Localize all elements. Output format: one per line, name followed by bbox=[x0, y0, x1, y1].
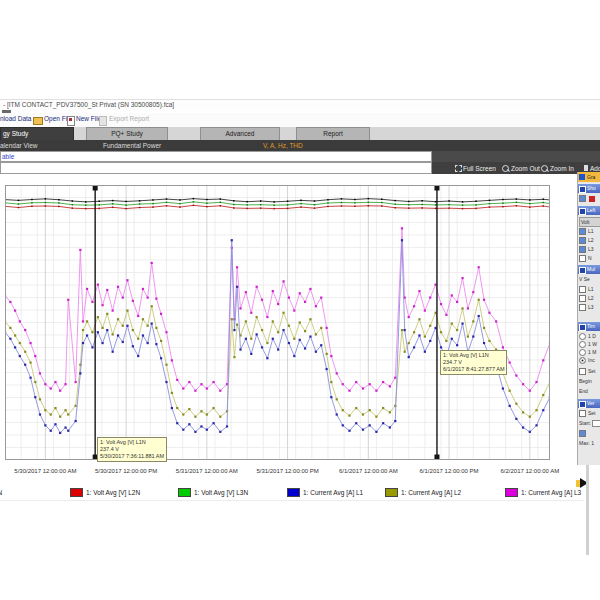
max-label: Max: 1 bbox=[579, 440, 600, 448]
download-data-button[interactable]: nload Data bbox=[0, 115, 31, 125]
chart-plot[interactable] bbox=[5, 185, 550, 460]
window-title: - [ITM CONTACT_PDV37500_St Privat (SN 30… bbox=[3, 101, 174, 108]
title-bar: - [ITM CONTACT_PDV37500_St Privat (SN 30… bbox=[0, 99, 600, 111]
zoom-out-button[interactable]: Zoom Out bbox=[511, 165, 540, 172]
set-time-checkbox[interactable]: Set bbox=[579, 368, 600, 376]
end-label: End bbox=[579, 388, 600, 396]
chart-area[interactable] bbox=[5, 185, 550, 460]
selection-row-1-filler bbox=[432, 151, 600, 162]
legend-swatch bbox=[70, 488, 83, 497]
multi-item[interactable]: L2 bbox=[579, 295, 600, 303]
chart-legend: 1: Volt Avg [V] L1N1: Volt Avg [V] L2N1:… bbox=[0, 483, 600, 493]
start-input[interactable] bbox=[592, 420, 600, 427]
panel-show-row[interactable] bbox=[579, 195, 600, 203]
graph-icon bbox=[579, 174, 585, 180]
time-radio[interactable]: 1 W bbox=[579, 341, 600, 349]
tooltip-value: 237.4 V bbox=[100, 446, 164, 453]
panel-scrollbar[interactable] bbox=[586, 465, 589, 555]
app-window: - [ITM CONTACT_PDV37500_St Privat (SN 30… bbox=[0, 0, 600, 600]
divider-line bbox=[0, 500, 584, 501]
zoom-in-button[interactable]: Zoom In bbox=[550, 165, 574, 172]
section-icon bbox=[579, 186, 586, 193]
section-icon bbox=[579, 267, 586, 274]
vsel-label: V Se bbox=[579, 276, 600, 284]
add-notes-button[interactable]: Add Notes bbox=[590, 165, 600, 172]
new-file-button[interactable]: New File bbox=[76, 115, 101, 125]
legend-label: 1: Current Avg [A] L3 bbox=[521, 489, 581, 496]
left-axis-item[interactable]: L2 bbox=[579, 237, 600, 245]
cursor-tooltip-1: 1: Volt Avg [V] L1N 237.4 V 5/30/2017 7:… bbox=[97, 437, 167, 462]
menu-item-fundamental-power[interactable]: Fundamental Power bbox=[103, 142, 161, 149]
series-line bbox=[5, 199, 550, 202]
tab-energy-study[interactable]: gy Study bbox=[0, 127, 74, 141]
panel-header-show[interactable]: Sho bbox=[578, 184, 600, 193]
volt-button[interactable]: Volt bbox=[579, 217, 600, 227]
legend-label: 1: Current Avg [A] L2 bbox=[401, 489, 461, 496]
left-axis-item[interactable]: L1 bbox=[579, 228, 600, 236]
series-line bbox=[5, 202, 550, 205]
red-button[interactable] bbox=[589, 196, 595, 202]
checkbox[interactable] bbox=[579, 195, 586, 202]
x-tick-label: 6/1/2017 12:00:00 AM bbox=[328, 468, 408, 474]
scale-checkbox[interactable] bbox=[579, 430, 600, 438]
add-notes-icon bbox=[584, 165, 588, 171]
tooltip-series: 1: Volt Avg [V] L1N bbox=[443, 352, 504, 359]
x-tick-label: 5/31/2017 12:00:00 AM bbox=[167, 468, 247, 474]
legend-item[interactable]: 1: Current Avg [A] L3 bbox=[505, 483, 581, 492]
chart-toolbar: Full Screen Zoom Out Zoom In Add Notes bbox=[432, 162, 600, 174]
legend-swatch bbox=[505, 488, 518, 497]
multi-item[interactable]: L1 bbox=[579, 286, 600, 294]
legend-swatch bbox=[385, 488, 398, 497]
x-tick-label: 5/31/2017 12:00:00 PM bbox=[248, 468, 328, 474]
full-screen-icon bbox=[455, 165, 462, 172]
legend-item[interactable]: 1: Volt Avg [V] L3N bbox=[178, 483, 248, 492]
selection-input-2[interactable] bbox=[0, 162, 432, 174]
legend-item[interactable]: 1: Volt Avg [V] L2N bbox=[70, 483, 140, 492]
panel-header-vertical[interactable]: Ver bbox=[578, 399, 600, 408]
multi-item[interactable]: L3 bbox=[579, 304, 600, 312]
legend-label: 1: Volt Avg [V] L1N bbox=[0, 489, 2, 496]
view-menu-bar: alendar View Fundamental Power V, A, Hz,… bbox=[0, 140, 600, 151]
menu-item-calendar-view[interactable]: alendar View bbox=[0, 142, 37, 149]
x-tick-label: 5/30/2017 12:00:00 PM bbox=[86, 468, 166, 474]
tab-bar: gy Study PQ+ Study Advanced Report bbox=[0, 127, 600, 140]
full-screen-button[interactable]: Full Screen bbox=[463, 165, 496, 172]
zoom-in-icon bbox=[541, 165, 548, 172]
legend-item[interactable]: 1: Current Avg [A] L2 bbox=[385, 483, 461, 492]
time-radio[interactable]: 1 D bbox=[579, 333, 600, 341]
legend-label: 1: Volt Avg [V] L2N bbox=[86, 489, 140, 496]
tab-pq-study[interactable]: PQ+ Study bbox=[86, 127, 168, 141]
start-field[interactable]: Start: bbox=[579, 420, 600, 428]
left-axis-item[interactable]: N bbox=[579, 255, 600, 263]
legend-item[interactable]: 1: Current Avg [A] L1 bbox=[287, 483, 363, 492]
tooltip-time: 5/30/2017 7:36:11.881 AM bbox=[100, 453, 164, 460]
legend-label: 1: Volt Avg [V] L3N bbox=[194, 489, 248, 496]
time-radio[interactable]: 1 M bbox=[579, 349, 600, 357]
tab-advanced[interactable]: Advanced bbox=[200, 127, 280, 141]
legend-swatch bbox=[178, 488, 191, 497]
x-axis-labels: 5/30/2017 12:00:00 AM5/30/2017 12:00:00 … bbox=[0, 468, 600, 477]
tooltip-time: 6/1/2017 8:41:27.877 AM bbox=[443, 366, 504, 373]
new-file-icon bbox=[67, 116, 75, 126]
panel-header-left-axis[interactable]: Left bbox=[578, 206, 600, 215]
begin-label: Begin bbox=[579, 378, 600, 386]
legend-label: 1: Current Avg [A] L1 bbox=[303, 489, 363, 496]
section-icon bbox=[579, 401, 586, 408]
x-tick-label: 5/30/2017 12:00:00 AM bbox=[5, 468, 85, 474]
left-axis-item[interactable]: L3 bbox=[579, 246, 600, 254]
set-scale-checkbox[interactable]: Set bbox=[579, 410, 600, 418]
series-line bbox=[5, 205, 550, 208]
panel-header-multi[interactable]: Mul bbox=[578, 265, 600, 274]
tooltip-value: 234.7 V bbox=[443, 359, 504, 366]
selection-input-1[interactable]: able bbox=[0, 151, 432, 162]
menu-item-v-a-hz-thd[interactable]: V, A, Hz, THD bbox=[263, 142, 303, 149]
panel-tab-graphs[interactable]: Gra bbox=[578, 172, 600, 182]
tab-report[interactable]: Report bbox=[296, 127, 370, 141]
section-icon bbox=[579, 324, 586, 331]
legend-item[interactable]: 1: Volt Avg [V] L1N bbox=[0, 483, 2, 492]
export-report-icon bbox=[99, 116, 107, 126]
panel-header-time[interactable]: Tim bbox=[578, 322, 600, 331]
time-radio-selected[interactable]: Inc bbox=[579, 357, 600, 365]
export-report-button: Export Report bbox=[109, 115, 149, 125]
legend-swatch bbox=[287, 488, 300, 497]
